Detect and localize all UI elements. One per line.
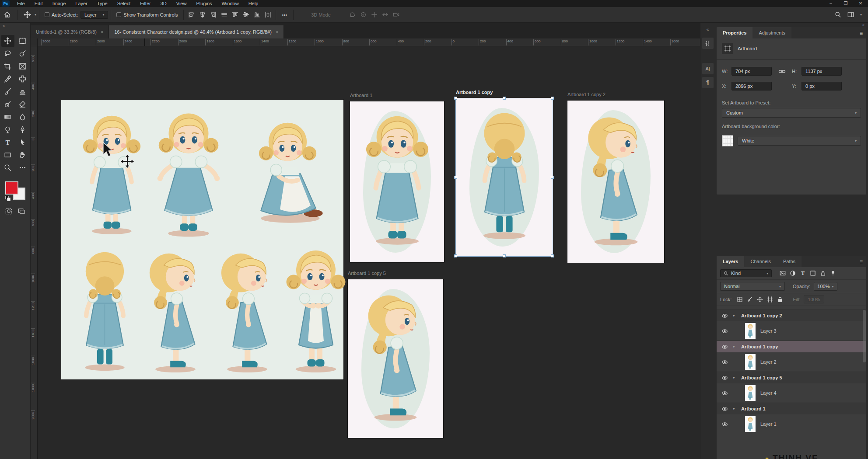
layer-row[interactable]: Layer 3 <box>717 321 866 341</box>
menu-select[interactable]: Select <box>112 0 136 7</box>
eyedropper-tool[interactable] <box>1 73 14 85</box>
layer-group-row[interactable]: ▾Artboard 1 <box>717 403 866 414</box>
selection-handle[interactable] <box>551 254 554 257</box>
visibility-eye-icon[interactable] <box>719 375 730 381</box>
canvas-area[interactable]: 3000280026002400220020001800160014001200… <box>31 38 700 459</box>
distribute-h-icon[interactable] <box>265 11 271 18</box>
artboard-label[interactable]: Artboard 1 <box>350 93 372 98</box>
close-button[interactable]: ✕ <box>853 0 868 7</box>
panel-menu-icon[interactable]: ≡ <box>860 259 863 265</box>
default-colors-icon[interactable] <box>5 196 11 202</box>
tab-close-icon[interactable]: × <box>276 29 278 35</box>
selection-handle[interactable] <box>503 254 506 257</box>
align-center-h-icon[interactable] <box>199 11 206 18</box>
layer-group-row[interactable]: ▾Artboard 1 copy 5 <box>717 372 866 383</box>
visibility-eye-icon[interactable] <box>719 421 730 428</box>
selection-handle[interactable] <box>454 254 457 257</box>
tab-adjustments[interactable]: Adjustments <box>752 27 791 38</box>
type-tool[interactable]: T <box>1 136 14 148</box>
eraser-tool[interactable] <box>16 98 29 110</box>
brush-tool[interactable] <box>1 86 14 97</box>
blend-mode-dropdown[interactable]: Normal ▾ <box>720 282 785 291</box>
lock-transparency-icon[interactable] <box>737 296 743 303</box>
preset-dropdown[interactable]: Custom ▾ <box>722 108 861 118</box>
distribute-top-icon[interactable] <box>232 11 238 18</box>
width-field[interactable]: 704 px <box>732 67 772 76</box>
lock-all-icon[interactable] <box>777 296 783 303</box>
smartobject-filter-icon[interactable] <box>820 270 826 276</box>
tab-layers[interactable]: Layers <box>717 256 744 267</box>
layer-group-row[interactable]: ▾Artboard 1 copy 2 <box>717 309 866 321</box>
layer-filter-dropdown[interactable]: Kind ▾ <box>720 269 772 277</box>
dodge-tool[interactable] <box>1 124 14 136</box>
tab-channels[interactable]: Channels <box>744 256 777 267</box>
crop-tool[interactable] <box>1 60 14 72</box>
chevron-down-icon[interactable]: ▾ <box>35 13 36 17</box>
auto-select-target-dropdown[interactable]: Layer ▾ <box>80 11 108 19</box>
menu-3d[interactable]: 3D <box>156 0 172 7</box>
layer-row[interactable]: Layer 4 <box>717 383 866 403</box>
artboard-label[interactable]: Artboard 1 copy <box>456 90 493 95</box>
healing-tool[interactable] <box>16 73 29 85</box>
artboard-bg-dropdown[interactable]: White ▾ <box>738 136 861 146</box>
layer-group-row[interactable]: ▾Artboard 1 copy <box>717 341 866 352</box>
menu-plugins[interactable]: Plugins <box>191 0 217 7</box>
workspace-switcher-icon[interactable] <box>847 11 854 18</box>
layers-scrollbar[interactable] <box>863 310 866 362</box>
visibility-eye-icon[interactable] <box>719 390 730 396</box>
menu-view[interactable]: View <box>172 0 192 7</box>
visibility-eye-icon[interactable] <box>719 406 730 412</box>
paragraph-panel-icon[interactable]: ¶ <box>702 77 714 88</box>
layer-thumbnail[interactable] <box>745 416 756 432</box>
artboard-artboard-1[interactable] <box>350 101 444 262</box>
document-tab-2[interactable]: 16- Consistent Character design.psd @ 40… <box>109 25 284 38</box>
panel-menu-icon[interactable]: ≡ <box>860 30 863 36</box>
height-field[interactable]: 1137 px <box>802 67 842 76</box>
artboard-label[interactable]: Artboard 1 copy 5 <box>348 271 386 276</box>
selection-handle[interactable] <box>454 97 457 100</box>
foreground-color-swatch[interactable] <box>5 181 18 195</box>
collapse-dock-icon[interactable]: » <box>715 23 868 27</box>
layer-thumbnail[interactable] <box>745 323 756 339</box>
more-tool[interactable] <box>16 162 29 174</box>
link-dimensions-icon[interactable] <box>772 68 792 75</box>
screen-mode-icon[interactable] <box>18 208 25 216</box>
search-icon[interactable] <box>835 11 841 18</box>
visibility-eye-icon[interactable] <box>719 359 730 365</box>
x-field[interactable]: 2896 px <box>732 82 772 90</box>
selection-handle[interactable] <box>551 176 554 179</box>
move-tool-option-icon[interactable] <box>20 9 35 20</box>
artboard-artboard-1-copy-5[interactable] <box>348 279 443 438</box>
lasso-tool[interactable] <box>1 48 14 59</box>
chevron-down-icon[interactable]: ▾ <box>860 13 862 17</box>
marquee-tool[interactable] <box>16 35 29 47</box>
chevron-down-icon[interactable]: ▾ <box>733 344 738 349</box>
pin-filter-icon[interactable] <box>830 270 836 276</box>
lock-paint-icon[interactable] <box>747 296 753 303</box>
align-right-icon[interactable] <box>210 11 217 18</box>
align-stack-icon[interactable] <box>221 11 228 18</box>
zoom-tool[interactable] <box>1 162 14 174</box>
quick-select-tool[interactable] <box>16 48 29 59</box>
history-brush-tool[interactable] <box>1 98 14 110</box>
adjustment-filter-icon[interactable] <box>790 270 796 276</box>
clone-stamp-tool[interactable] <box>16 86 29 97</box>
rectangle-tool[interactable] <box>1 149 14 161</box>
artboard-artboard-1-copy[interactable] <box>456 98 553 256</box>
gradient-tool[interactable] <box>1 111 14 123</box>
home-icon[interactable] <box>0 9 14 20</box>
pen-tool[interactable] <box>16 124 29 136</box>
selection-handle[interactable] <box>503 97 506 100</box>
distribute-bottom-icon[interactable] <box>254 11 260 18</box>
selection-handle[interactable] <box>551 97 554 100</box>
type-filter-icon[interactable]: T <box>800 270 806 276</box>
quick-mask-icon[interactable] <box>5 208 12 216</box>
checkbox-icon[interactable] <box>116 12 121 17</box>
shape-filter-icon[interactable] <box>810 270 816 276</box>
more-options-button[interactable]: ••• <box>279 10 291 19</box>
vertical-ruler[interactable]: 6004002000200400600800100012001400160018… <box>31 46 38 459</box>
menu-type[interactable]: Type <box>92 0 112 7</box>
show-transform-checkbox[interactable]: Show Transform Controls <box>114 12 180 17</box>
opacity-dropdown[interactable]: 100% ▾ <box>814 282 837 291</box>
artboard-label[interactable]: Artboard 1 copy 2 <box>567 92 606 97</box>
